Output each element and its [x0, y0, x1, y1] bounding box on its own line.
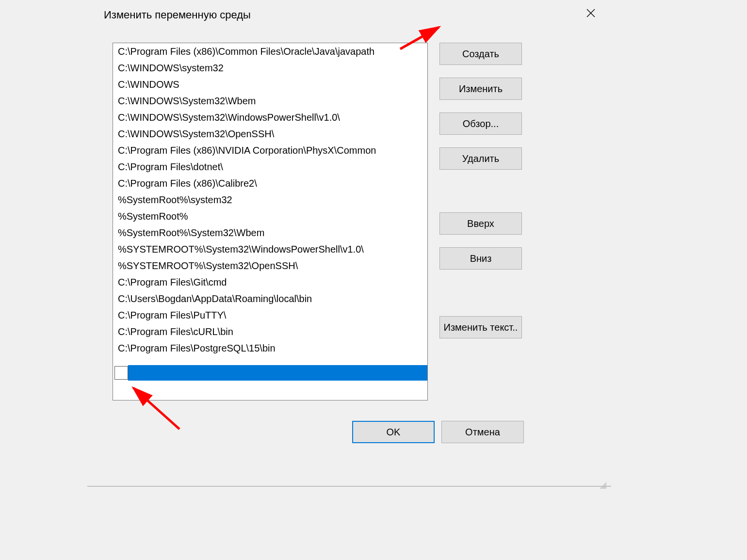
edit-button[interactable]: Изменить	[439, 78, 522, 100]
path-entry[interactable]: C:\WINDOWS\System32\WindowsPowerShell\v1…	[113, 109, 427, 126]
path-entry[interactable]: %SYSTEMROOT%\System32\OpenSSH\	[113, 257, 427, 274]
path-entry[interactable]: C:\WINDOWS\system32	[113, 60, 427, 76]
close-icon	[586, 7, 595, 20]
new-entry-input[interactable]	[114, 366, 128, 380]
path-entry[interactable]: C:\Program Files\PuTTY\	[113, 307, 427, 323]
path-entry[interactable]: C:\Program Files\dotnet\	[113, 159, 427, 175]
path-entry[interactable]: C:\Program Files\cURL\bin	[113, 323, 427, 340]
path-entry[interactable]: C:\WINDOWS	[113, 76, 427, 93]
path-entry[interactable]: %SystemRoot%	[113, 208, 427, 224]
dialog-window: Изменить переменную среды C:\Program Fil…	[74, 0, 607, 490]
path-entry[interactable]: C:\Program Files (x86)\Calibre2\	[113, 175, 427, 192]
edit-text-button[interactable]: Изменить текст..	[439, 316, 522, 338]
path-entry[interactable]: %SystemRoot%\System32\Wbem	[113, 224, 427, 241]
path-listbox[interactable]: C:\Program Files (x86)\Common Files\Orac…	[113, 43, 428, 400]
new-entry-row[interactable]	[114, 365, 428, 381]
path-entry[interactable]: C:\Program Files (x86)\Common Files\Orac…	[113, 43, 427, 60]
dialog-footer: OK Отмена	[352, 421, 524, 443]
path-entry[interactable]: C:\Users\Bogdan\AppData\Roaming\local\bi…	[113, 290, 427, 307]
browse-button[interactable]: Обзор...	[439, 112, 522, 135]
path-entry[interactable]: C:\Program Files (x86)\NVIDIA Corporatio…	[113, 142, 427, 159]
path-entry[interactable]: %SystemRoot%\system32	[113, 192, 427, 208]
new-entry-selection	[128, 365, 428, 381]
cancel-button[interactable]: Отмена	[441, 421, 524, 443]
path-entry[interactable]: C:\Program Files\Git\cmd	[113, 274, 427, 290]
path-entry[interactable]: C:\WINDOWS\System32\Wbem	[113, 93, 427, 109]
dialog-title: Изменить переменную среды	[104, 9, 251, 21]
new-button[interactable]: Создать	[439, 43, 522, 65]
path-entry[interactable]: %SYSTEMROOT%\System32\WindowsPowerShell\…	[113, 241, 427, 257]
move-down-button[interactable]: Вниз	[439, 247, 522, 270]
close-button[interactable]	[580, 5, 601, 22]
resize-grip-icon[interactable]	[598, 480, 606, 489]
move-up-button[interactable]: Вверх	[439, 212, 522, 235]
ok-button[interactable]: OK	[352, 421, 435, 443]
side-button-column: Создать Изменить Обзор... Удалить Вверх …	[439, 43, 522, 338]
path-entry[interactable]: C:\WINDOWS\System32\OpenSSH\	[113, 126, 427, 142]
path-entry[interactable]: C:\Program Files\PostgreSQL\15\bin	[113, 340, 427, 356]
delete-button[interactable]: Удалить	[439, 147, 522, 170]
window-shadow	[87, 486, 611, 487]
